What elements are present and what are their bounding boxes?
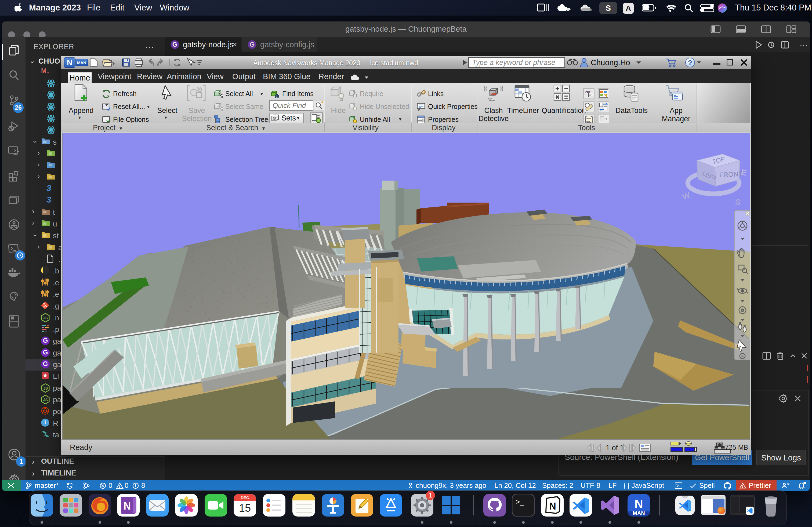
svg-text:DEC: DEC <box>241 495 249 500</box>
svg-text:JS: JS <box>43 386 48 390</box>
svg-text:S: S <box>734 197 742 207</box>
svg-text:FRONT: FRONT <box>719 170 742 178</box>
svg-text:W: W <box>681 191 692 201</box>
svg-text:15: 15 <box>239 502 251 514</box>
svg-text:N: N <box>124 500 131 512</box>
svg-text:N: N <box>549 501 556 512</box>
svg-text:>_: >_ <box>516 498 524 506</box>
svg-text:JS: JS <box>43 316 48 320</box>
svg-text:JS: JS <box>43 398 48 402</box>
svg-text:MAN: MAN <box>633 510 645 516</box>
svg-text:N: N <box>635 497 643 510</box>
svg-text:1 of 1: 1 of 1 <box>606 444 624 452</box>
